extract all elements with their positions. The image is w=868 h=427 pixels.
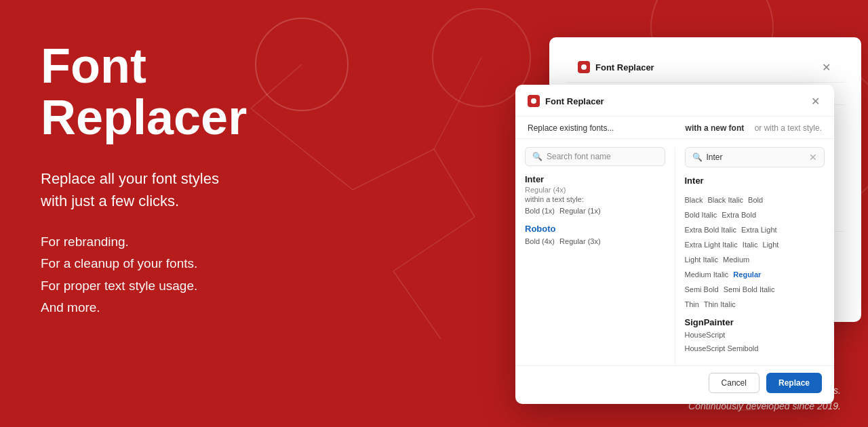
dialog-body: 🔍 Search font name Inter Regular (4x) wi… [515,139,834,365]
inter-family-name[interactable]: Inter [685,176,825,186]
font-styles-inter: Bold (1x) Regular (1x) [525,205,665,218]
use-cases: For rebranding. For a cleanup of your fo… [41,231,326,319]
app-icon-back [578,61,590,73]
dialog-front-tabs: Replace existing fonts... with a new fon… [515,117,834,139]
svg-line-8 [393,217,475,271]
font-search-placeholder: Search font name [547,152,611,161]
search-clear-icon[interactable]: ✕ [809,152,817,163]
dialog-front-header: Font Replacer ✕ [515,85,834,117]
app-title: Font Replacer [41,41,326,143]
dialog-back-title: Font Replacer [595,62,654,73]
signpainter-family-name[interactable]: SignPainter [685,317,825,327]
dialog-back-header: Font Replacer ✕ [566,51,845,83]
search-icon-inter: 🔍 [692,152,703,162]
font-search-box[interactable]: 🔍 Search font name [525,147,665,166]
dialog-front-title: Font Replacer [545,96,604,106]
cancel-button-front[interactable]: Cancel [709,373,760,393]
svg-line-9 [393,271,441,339]
font-meta-inter: Regular (4x) [525,186,665,194]
tagline: Replace all your font styles with just a… [41,167,326,212]
dialogs-container: Font Replacer ✕ Replace existing fonts..… [515,37,848,390]
tab-replace-front[interactable]: Replace existing fonts... [528,123,614,133]
replace-button-front[interactable]: Replace [766,373,822,393]
dialog-left-col: 🔍 Search font name Inter Regular (4x) wi… [515,147,675,365]
tab-style-front[interactable]: or with a text style. [755,123,822,133]
search-icon-font: 🔍 [532,152,542,161]
font-styles-roboto: Bold (4x) Regular (3x) [525,235,665,249]
font-section-roboto: Roboto Bold (4x) Regular (3x) [525,224,665,249]
close-button-back[interactable]: ✕ [819,60,833,74]
svg-line-6 [353,149,434,190]
tab-new-front[interactable]: with a new font [686,123,745,133]
svg-line-7 [434,149,475,217]
font-style-label-inter: within a text style: [525,195,665,203]
dialog-front: Font Replacer ✕ Replace existing fonts..… [515,85,834,404]
font-section-inter: Inter Regular (4x) within a text style: … [525,174,665,218]
font-family-inter[interactable]: Inter [525,174,665,184]
signpainter-styles: HouseScript HouseScript Semibold [685,329,825,356]
close-button-front[interactable]: ✕ [808,94,822,108]
svg-line-11 [434,58,481,149]
font-family-roboto[interactable]: Roboto [525,224,665,234]
inter-search-box[interactable]: 🔍 Inter ✕ [685,147,825,167]
dialog-right-col: 🔍 Inter ✕ Inter Black Black Italic Bold … [675,147,835,365]
app-icon-front [528,95,540,107]
left-content: Font Replacer Replace all your font styl… [41,41,326,319]
dialog-front-footer: Cancel Replace [515,365,834,404]
inter-styles-list: Black Black Italic Bold Bold Italic Extr… [685,192,825,312]
inter-search-value: Inter [707,152,723,162]
